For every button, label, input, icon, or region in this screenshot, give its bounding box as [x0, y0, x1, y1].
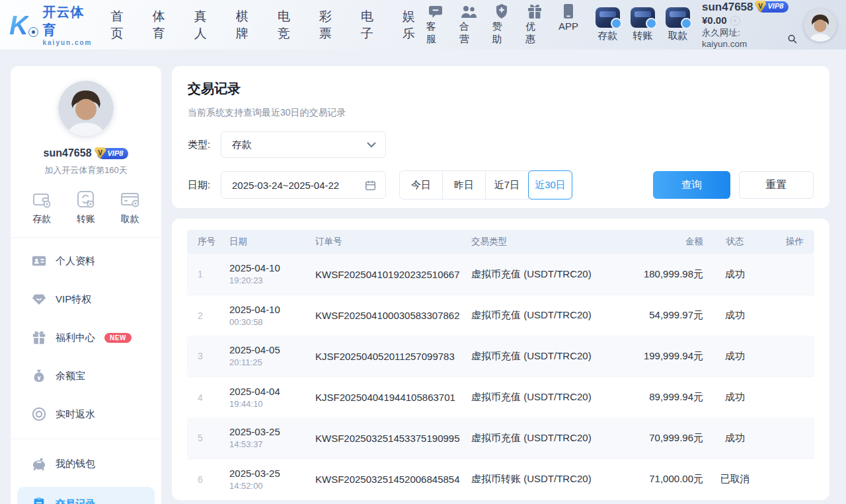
divider: [11, 237, 161, 238]
nav-item-entertainment[interactable]: 娱乐: [403, 8, 426, 42]
transaction-record-icon: [32, 497, 46, 504]
nav-item-live[interactable]: 真人: [194, 8, 218, 42]
sidebar-item-transactions[interactable]: 交易记录: [17, 487, 155, 504]
range-today-button[interactable]: 今日: [400, 171, 443, 199]
col-order: 订单号: [315, 236, 471, 248]
cell-amount: 54,999.97元: [630, 309, 703, 322]
quicklink-partner[interactable]: 合营: [459, 4, 478, 46]
table-row: 6 2025-03-2514:52:00 KWSF202503251452006…: [187, 458, 814, 499]
id-card-icon: [32, 254, 46, 268]
brand-domain: kaiyun.com: [42, 39, 96, 46]
date-range-input[interactable]: 2025-03-24~2025-04-22: [221, 171, 386, 199]
sidebar-item-yuebao[interactable]: 余额宝: [11, 357, 161, 395]
date-filter-label: 日期:: [188, 179, 221, 192]
deposit-wallet-icon: [32, 190, 52, 209]
cell-date: 2025-04-1019:20:23: [229, 262, 315, 286]
col-action: 操作: [767, 236, 804, 248]
cell-type: 虚拟币充值 (USDT/TRC20): [471, 391, 630, 404]
cell-status: 成功: [703, 350, 767, 363]
reset-button[interactable]: 重置: [739, 171, 814, 199]
football-icon: [28, 27, 38, 37]
chevron-down-icon: [367, 142, 376, 148]
cell-amount: 70,999.96元: [630, 432, 703, 445]
type-select[interactable]: 存款: [221, 131, 386, 158]
cell-date: 2025-03-2514:53:37: [229, 426, 315, 450]
cell-status: 成功: [703, 268, 767, 281]
cell-amount: 180,999.98元: [630, 268, 703, 281]
sidebar-item-my-wallet[interactable]: 我的钱包: [11, 445, 161, 483]
sidebar-item-welfare[interactable]: 福利中心 NEW: [11, 318, 161, 357]
vip-gem-icon: [32, 292, 46, 306]
cell-amount: 199,999.94元: [630, 350, 703, 363]
nav-item-esports[interactable]: 电竞: [278, 8, 301, 42]
nav-item-slots[interactable]: 电子: [361, 8, 385, 42]
search-button[interactable]: 查询: [653, 171, 730, 199]
type-select-value: 存款: [232, 139, 367, 151]
col-type: 交易类型: [471, 236, 630, 248]
quicklink-app[interactable]: APP: [558, 4, 578, 46]
user-avatar[interactable]: [804, 9, 837, 42]
divider: [11, 439, 161, 439]
deposit-wallet-icon: [596, 7, 620, 28]
balance-amount: ¥0.00: [702, 15, 727, 27]
top-header: K 开云体育 kaiyun.com 首页 体育 真人 棋牌 电竞 彩票 电子 娱…: [0, 0, 846, 50]
header-transfer-button[interactable]: 转账: [631, 7, 655, 42]
profile-avatar[interactable]: [58, 81, 114, 136]
range-30days-button[interactable]: 近30日: [529, 171, 572, 199]
quicklink-promo[interactable]: 优惠: [525, 4, 544, 46]
cell-order: KWSF202504101920232510667: [315, 269, 471, 280]
cell-order: KJSF202504052011257099783: [315, 351, 471, 362]
nav-item-sports[interactable]: 体育: [153, 8, 176, 42]
promo-gift-icon: [527, 4, 543, 18]
header-withdraw-button[interactable]: 取款: [666, 7, 690, 42]
cell-type: 虚拟币充值 (USDT/TRC20): [471, 268, 630, 281]
quicklink-sponsor[interactable]: 赞助: [492, 4, 511, 46]
calendar-icon: [365, 180, 376, 191]
nav-item-lottery[interactable]: 彩票: [319, 8, 343, 42]
cell-date: 2025-03-2514:52:00: [229, 468, 315, 491]
sidebar-withdraw-button[interactable]: 取款: [120, 190, 140, 225]
search-icon[interactable]: [787, 34, 797, 44]
cell-status: 成功: [703, 309, 767, 322]
vip-shield-icon: V: [95, 147, 106, 159]
cell-seq: 4: [198, 392, 229, 403]
transfer-icon: [76, 190, 96, 209]
sidebar-deposit-button[interactable]: 存款: [32, 190, 52, 225]
cell-amount: 71,000.00元: [630, 473, 703, 486]
money-pouch-icon: [32, 369, 46, 383]
header-quick-links: 客服 合营 赞助 优惠 APP: [426, 4, 578, 46]
range-yesterday-button[interactable]: 昨日: [443, 171, 486, 199]
kaiyun-logo-icon: K: [9, 11, 37, 40]
col-date: 日期: [229, 236, 315, 248]
header-user-info: sun47658 V VIP8 ¥0.00 ▾ 永久网址: kaiyun.com: [702, 0, 797, 50]
cell-date: 2025-04-0520:11:25: [229, 344, 315, 368]
range-7days-button[interactable]: 近7日: [486, 171, 529, 199]
page-subtitle: 当前系统支持查询最近30日的交易记录: [188, 107, 814, 119]
date-quick-ranges: 今日 昨日 近7日 近30日: [399, 170, 572, 199]
type-filter-label: 类型:: [188, 139, 221, 151]
col-seq: 序号: [198, 236, 229, 248]
cell-order: KJSF202504041944105863701: [315, 392, 471, 403]
table-row: 5 2025-03-2514:53:37 KWSF202503251453375…: [187, 417, 814, 458]
quicklink-support[interactable]: 客服: [426, 4, 445, 46]
cell-order: KWSF202503251453375190995: [315, 433, 471, 444]
partner-users-icon: [461, 4, 477, 18]
sidebar-item-vip[interactable]: VIP特权: [11, 280, 161, 318]
sidebar-item-rebate[interactable]: 实时返水: [11, 395, 161, 433]
brand-logo[interactable]: K 开云体育 kaiyun.com: [9, 3, 96, 46]
vip-shield-icon: V: [755, 1, 767, 13]
support-chat-icon: [428, 4, 443, 18]
balance-refresh-icon[interactable]: ▾: [730, 16, 740, 26]
cell-type: 虚拟币转账 (USDT/TRC20): [471, 473, 630, 486]
brand-name: 开云体育: [42, 3, 96, 39]
nav-item-home[interactable]: 首页: [111, 8, 135, 42]
transactions-card: 序号 日期 订单号 交易类型 金额 状态 操作 1 2025-04-1019:2…: [172, 219, 829, 500]
cell-status: 已取消: [703, 473, 767, 486]
header-wallet-links: 存款 转账 取款: [596, 7, 690, 42]
table-header: 序号 日期 订单号 交易类型 金额 状态 操作: [187, 230, 814, 254]
sidebar-item-profile[interactable]: 个人资料: [11, 242, 161, 280]
sidebar-transfer-button[interactable]: 转账: [76, 190, 96, 225]
nav-item-chess[interactable]: 棋牌: [236, 8, 260, 42]
profile-vip-badge: V VIP8: [97, 148, 129, 159]
header-deposit-button[interactable]: 存款: [596, 7, 620, 42]
